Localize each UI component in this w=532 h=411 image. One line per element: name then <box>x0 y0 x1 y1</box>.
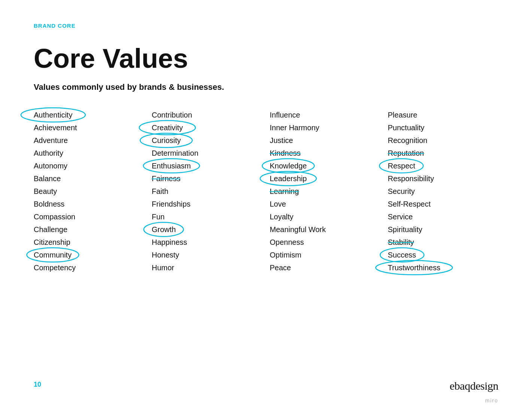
circled-value: Success <box>388 249 416 261</box>
svg-point-8 <box>380 159 423 173</box>
values-column-3: InfluenceInner HarmonyJusticeKindnessKno… <box>270 109 380 274</box>
value-item: Leadership <box>270 172 380 185</box>
svg-point-5 <box>144 222 183 237</box>
value-item: Service <box>388 210 498 223</box>
value-item: Curiosity <box>152 134 262 147</box>
circled-value: Respect <box>388 159 415 172</box>
value-item: Challenge <box>34 223 144 236</box>
value-item: Authority <box>34 147 144 159</box>
brand-core-label: BRAND CORE <box>34 22 498 29</box>
value-item: Faith <box>152 185 262 198</box>
value-item: Creativity <box>152 121 262 134</box>
value-item: Honesty <box>152 249 262 261</box>
value-item: Enthusiasm <box>152 159 262 172</box>
value-item: Openness <box>270 236 380 249</box>
circled-value: Enthusiasm <box>152 159 191 172</box>
value-item: Reputation <box>388 147 498 159</box>
circled-value: Trustworthiness <box>388 261 440 274</box>
circled-value: Community <box>34 249 72 261</box>
circled-value: Curiosity <box>152 134 181 147</box>
value-item: Authenticity <box>34 109 144 121</box>
svg-point-6 <box>262 159 314 173</box>
value-item: Love <box>270 198 380 210</box>
value-item: Citizenship <box>34 236 144 249</box>
svg-point-1 <box>27 248 79 262</box>
value-item: Optimism <box>270 249 380 261</box>
value-item: Meaningful Work <box>270 223 380 236</box>
circled-value: Authenticity <box>34 109 72 121</box>
value-item: Knowledge <box>270 159 380 172</box>
value-item: Self-Respect <box>388 198 498 210</box>
value-item: Humor <box>152 261 262 274</box>
value-item: Punctuality <box>388 121 498 134</box>
value-item: Responsibility <box>388 172 498 185</box>
values-grid: AuthenticityAchievementAdventureAuthorit… <box>34 109 498 274</box>
value-item: Fairness <box>152 172 262 185</box>
value-item: Inner Harmony <box>270 121 380 134</box>
value-item: Stability <box>388 236 498 249</box>
value-item: Respect <box>388 159 498 172</box>
value-item: Pleasure <box>388 109 498 121</box>
value-item: Justice <box>270 134 380 147</box>
svg-point-2 <box>139 121 195 135</box>
svg-point-0 <box>21 108 85 122</box>
svg-point-3 <box>140 133 192 147</box>
value-item: Success <box>388 249 498 261</box>
value-item: Learning <box>270 185 380 198</box>
svg-point-7 <box>260 171 316 186</box>
value-item: Beauty <box>34 185 144 198</box>
value-item: Contribution <box>152 109 262 121</box>
value-item: Fun <box>152 210 262 223</box>
svg-point-9 <box>380 248 424 262</box>
value-item: Influence <box>270 109 380 121</box>
value-item: Determination <box>152 147 262 159</box>
circled-value: Leadership <box>270 172 307 185</box>
value-item: Community <box>34 249 144 261</box>
values-column-4: PleasurePunctualityRecognitionReputation… <box>388 109 498 274</box>
value-item: Kindness <box>270 147 380 159</box>
svg-point-4 <box>143 159 200 173</box>
value-item: Boldness <box>34 198 144 210</box>
value-item: Friendships <box>152 198 262 210</box>
value-item: Recognition <box>388 134 498 147</box>
value-item: Adventure <box>34 134 144 147</box>
value-item: Competency <box>34 261 144 274</box>
value-item: Happiness <box>152 236 262 249</box>
logo: ebaqdesign <box>450 380 498 392</box>
value-item: Compassion <box>34 210 144 223</box>
value-item: Achievement <box>34 121 144 134</box>
circled-value: Creativity <box>152 121 183 134</box>
value-item: Trustworthiness <box>388 261 498 274</box>
miro-label: miro <box>485 398 498 404</box>
value-item: Autonomy <box>34 159 144 172</box>
values-column-1: AuthenticityAchievementAdventureAuthorit… <box>34 109 144 274</box>
circled-value: Knowledge <box>270 159 307 172</box>
value-item: Security <box>388 185 498 198</box>
value-item: Spirituality <box>388 223 498 236</box>
page-number: 10 <box>34 381 41 389</box>
circled-value: Growth <box>152 223 176 236</box>
values-column-2: ContributionCreativityCuriosityDetermina… <box>152 109 262 274</box>
svg-point-10 <box>376 261 452 275</box>
value-item: Balance <box>34 172 144 185</box>
value-item: Loyalty <box>270 210 380 223</box>
subtitle: Values commonly used by brands & busines… <box>34 82 498 92</box>
value-item: Growth <box>152 223 262 236</box>
page-title: Core Values <box>34 44 498 73</box>
value-item: Peace <box>270 261 380 274</box>
